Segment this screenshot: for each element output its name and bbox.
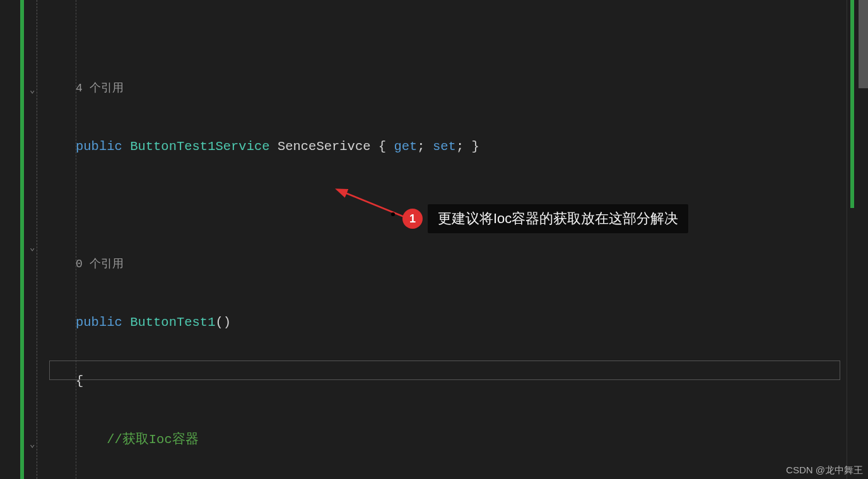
gutter: ⌄ ⌄ ⌄ bbox=[0, 0, 49, 479]
scrollbar-thumb[interactable] bbox=[859, 0, 868, 88]
code-editor[interactable]: ⌄ ⌄ ⌄ 4 个引用 public ButtonTest1Service Se… bbox=[0, 0, 868, 479]
code-area[interactable]: 4 个引用 public ButtonTest1Service SenceSer… bbox=[49, 0, 847, 479]
annotation-badge: 1 bbox=[402, 209, 423, 229]
annotation-text: 更建议将Ioc容器的获取放在这部分解决 bbox=[428, 204, 688, 233]
minimap-change-marker bbox=[850, 0, 854, 208]
annotation-callout: 1 更建议将Ioc容器的获取放在这部分解决 bbox=[402, 204, 688, 233]
minimap[interactable] bbox=[847, 0, 868, 479]
indent-guide bbox=[76, 0, 76, 479]
code-line[interactable]: { bbox=[49, 371, 847, 391]
watermark: CSDN @龙中舞王 bbox=[786, 465, 863, 476]
codelens-refs[interactable]: 4 个引用 bbox=[76, 82, 124, 95]
indent-guide-0 bbox=[37, 0, 37, 479]
code-line[interactable]: public ButtonTest1Service SenceSerivce {… bbox=[49, 137, 847, 156]
code-line[interactable]: //获取Ioc容器 bbox=[49, 430, 847, 449]
fold-icon[interactable]: ⌄ bbox=[30, 242, 41, 253]
codelens-refs[interactable]: 0 个引用 bbox=[76, 258, 124, 270]
change-marker bbox=[20, 0, 24, 479]
annotation-anchor-dot bbox=[391, 212, 395, 216]
code-line[interactable]: public ButtonTest1() bbox=[49, 313, 847, 332]
fold-icon[interactable]: ⌄ bbox=[30, 439, 41, 450]
scrollbar-track[interactable] bbox=[859, 0, 868, 479]
fold-icon[interactable]: ⌄ bbox=[30, 84, 41, 96]
